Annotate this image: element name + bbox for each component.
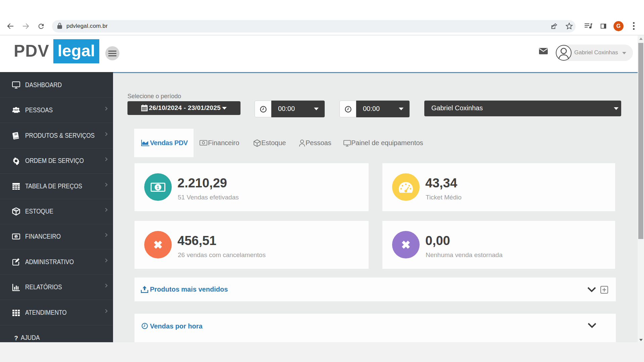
svg-text:?: ?: [14, 335, 18, 342]
svg-text:1: 1: [15, 235, 17, 238]
svg-text:1: 1: [157, 185, 159, 190]
